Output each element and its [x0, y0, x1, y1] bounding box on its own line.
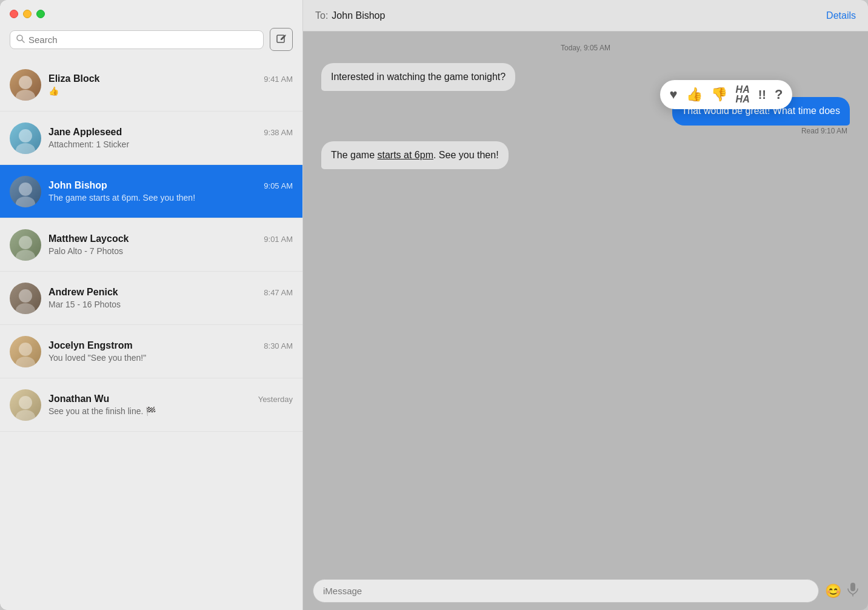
app-window: Eliza Block 9:41 AM 👍 [0, 0, 868, 610]
messages-container: Today, 9:05 AM Interested in watching th… [303, 32, 868, 572]
svg-point-17 [19, 396, 32, 409]
svg-point-14 [16, 303, 35, 314]
svg-point-10 [16, 196, 35, 207]
tapback-heart[interactable]: ♥ [670, 85, 678, 104]
conv-item-jonathan[interactable]: Jonathan Wu Yesterday See you at the fin… [0, 378, 302, 432]
search-input[interactable] [28, 35, 257, 45]
tapback-popup: ♥ 👍 👎 HAHA !! ? [660, 80, 793, 109]
svg-point-8 [16, 143, 35, 154]
conv-name-john: John Bishop [48, 180, 107, 191]
bubble-text-3c: . See you then! [433, 150, 499, 160]
svg-line-1 [22, 40, 24, 42]
close-button[interactable] [10, 10, 18, 18]
avatar-jonathan [10, 389, 41, 421]
conv-header-matthew: Matthew Laycock 9:01 AM [48, 233, 293, 244]
conv-content-eliza: Eliza Block 9:41 AM 👍 [48, 73, 293, 96]
conv-item-john[interactable]: John Bishop 9:05 AM The game starts at 6… [0, 165, 302, 218]
conv-time-john: 9:05 AM [264, 181, 293, 190]
conv-name-jocelyn: Jocelyn Engstrom [48, 340, 133, 351]
conv-item-matthew[interactable]: Matthew Laycock 9:01 AM Palo Alto - 7 Ph… [0, 218, 302, 272]
conv-header-andrew: Andrew Penick 8:47 AM [48, 287, 293, 298]
conv-content-jonathan: Jonathan Wu Yesterday See you at the fin… [48, 394, 293, 416]
conv-preview-john: The game starts at 6pm. See you then! [48, 193, 293, 203]
conv-name-jane: Jane Appleseed [48, 127, 122, 138]
conv-content-matthew: Matthew Laycock 9:01 AM Palo Alto - 7 Ph… [48, 233, 293, 256]
conv-header-john: John Bishop 9:05 AM [48, 180, 293, 191]
conv-preview-jonathan: See you at the finish line. 🏁 [48, 406, 293, 416]
bubble-2[interactable]: That would be great! What time does ♥ 👍 … [672, 97, 850, 125]
compose-button[interactable] [270, 28, 293, 51]
svg-point-7 [19, 129, 32, 142]
conv-time-jonathan: Yesterday [258, 395, 293, 404]
conv-content-john: John Bishop 9:05 AM The game starts at 6… [48, 180, 293, 203]
svg-point-12 [16, 250, 35, 261]
avatar-jocelyn [10, 336, 41, 367]
tapback-question[interactable]: ? [775, 85, 783, 104]
message-row-3: The game starts at 6pm. See you then! [321, 141, 850, 169]
timestamp-label: Today, 9:05 AM [321, 44, 850, 52]
conv-item-jocelyn[interactable]: Jocelyn Engstrom 8:30 AM You loved "See … [0, 325, 302, 378]
svg-point-16 [16, 357, 35, 367]
svg-point-11 [19, 236, 32, 249]
conv-content-jocelyn: Jocelyn Engstrom 8:30 AM You loved "See … [48, 340, 293, 363]
conv-preview-eliza: 👍 [48, 86, 293, 96]
svg-rect-19 [850, 583, 855, 591]
search-bar[interactable] [10, 30, 264, 49]
svg-point-18 [16, 410, 35, 421]
search-icon [16, 35, 25, 45]
sidebar: Eliza Block 9:41 AM 👍 [0, 0, 303, 610]
maximize-button[interactable] [36, 10, 45, 18]
bubble-1[interactable]: Interested in watching the game tonight? [321, 63, 515, 91]
tapback-thumbsup[interactable]: 👍 [686, 85, 703, 104]
conv-preview-andrew: Mar 15 - 16 Photos [48, 300, 293, 309]
conv-item-eliza[interactable]: Eliza Block 9:41 AM 👍 [0, 58, 302, 112]
conv-header-jocelyn: Jocelyn Engstrom 8:30 AM [48, 340, 293, 351]
tapback-thumbsdown[interactable]: 👎 [711, 85, 727, 104]
svg-point-13 [19, 289, 32, 303]
conv-content-jane: Jane Appleseed 9:38 AM Attachment: 1 Sti… [48, 127, 293, 149]
avatar-eliza [10, 69, 41, 101]
message-row-2: That would be great! What time does ♥ 👍 … [321, 97, 850, 135]
conv-time-eliza: 9:41 AM [264, 75, 293, 84]
conv-content-andrew: Andrew Penick 8:47 AM Mar 15 - 16 Photos [48, 287, 293, 309]
conv-header-eliza: Eliza Block 9:41 AM [48, 73, 293, 84]
conv-name-eliza: Eliza Block [48, 73, 99, 84]
conv-header-jonathan: Jonathan Wu Yesterday [48, 394, 293, 404]
conv-time-andrew: 8:47 AM [264, 288, 293, 297]
conv-item-jane[interactable]: Jane Appleseed 9:38 AM Attachment: 1 Sti… [0, 112, 302, 165]
bubble-3[interactable]: The game starts at 6pm. See you then! [321, 141, 509, 169]
emoji-button[interactable]: 😊 [825, 583, 841, 599]
to-label: To: [315, 10, 328, 21]
conv-time-jane: 9:38 AM [264, 128, 293, 137]
conv-time-jocelyn: 8:30 AM [264, 341, 293, 350]
avatar-matthew [10, 229, 41, 261]
conv-header-jane: Jane Appleseed 9:38 AM [48, 127, 293, 138]
conv-time-matthew: 9:01 AM [264, 235, 293, 244]
avatar-john [10, 176, 41, 207]
minimize-button[interactable] [23, 10, 32, 18]
tapback-exclaim[interactable]: !! [758, 86, 766, 103]
traffic-lights [10, 10, 45, 18]
bubble-text-1: Interested in watching the game tonight? [331, 72, 506, 82]
conversation-list: Eliza Block 9:41 AM 👍 [0, 58, 302, 610]
details-button[interactable]: Details [826, 10, 856, 21]
chat-area: To: John Bishop Details Today, 9:05 AM I… [303, 0, 868, 610]
mic-button[interactable] [847, 582, 858, 600]
conv-item-andrew[interactable]: Andrew Penick 8:47 AM Mar 15 - 16 Photos [0, 272, 302, 325]
bubble-text-3b: starts at 6pm [377, 150, 433, 160]
avatar-jane [10, 122, 41, 154]
message-input[interactable] [313, 579, 819, 603]
svg-point-6 [16, 90, 35, 101]
conv-preview-jane: Attachment: 1 Sticker [48, 139, 293, 149]
conv-preview-jocelyn: You loved "See you then!" [48, 353, 293, 363]
to-name: John Bishop [332, 10, 385, 21]
svg-point-15 [19, 343, 32, 356]
conv-preview-matthew: Palo Alto - 7 Photos [48, 246, 293, 256]
bubble-text-3a: The game [331, 150, 377, 160]
conv-name-matthew: Matthew Laycock [48, 233, 129, 244]
read-label: Read 9:10 AM [801, 127, 847, 135]
tapback-haha[interactable]: HAHA [736, 85, 750, 104]
svg-point-9 [19, 183, 32, 196]
chat-recipient: To: John Bishop [315, 10, 385, 21]
svg-point-5 [19, 76, 32, 89]
